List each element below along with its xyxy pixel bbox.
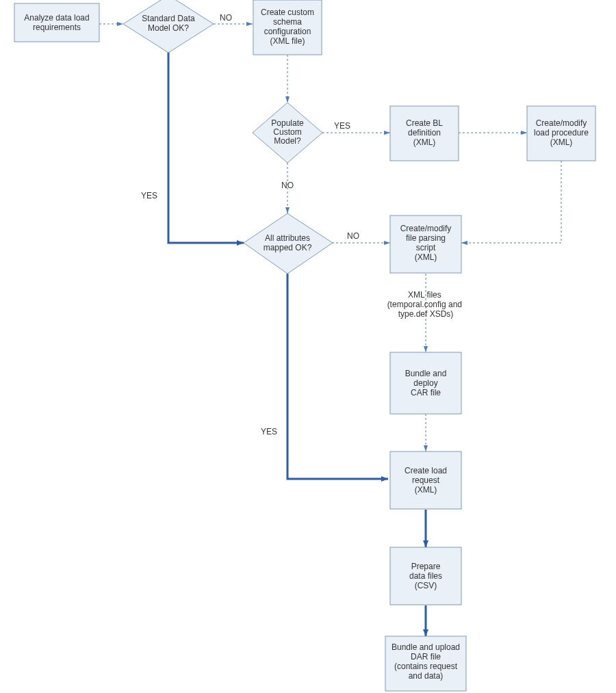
node-prepareCSV: Preparedata files(CSV) (390, 547, 461, 605)
label-yes1: YES (141, 191, 157, 200)
node-createLoadReq: Create loadrequest(XML) (390, 452, 461, 509)
node-createSchema: Create customschemaconfiguration(XML fil… (253, 0, 322, 55)
node-attributesOK: All attributesmapped OK? (244, 213, 333, 274)
svg-text:XML files
      (temporal.conf: XML files (temporal.config and type.def … (387, 290, 465, 319)
label-yes3: YES (261, 427, 277, 436)
node-createBL: Create BLdefinition(XML) (390, 106, 459, 161)
edge-standardOK-to-attributesOK (168, 52, 244, 243)
label-no3: NO (347, 231, 359, 241)
node-parseScript: Create/modifyfile parsingscript(XML) (390, 215, 461, 273)
edge-modifyLoad-to-parseScript (461, 161, 561, 243)
node-analyze: Analyze data loadrequirements (14, 3, 99, 42)
edge-attributesOK-to-createLoadReq (287, 274, 388, 479)
svg-text:PopulateCustomModel?: PopulateCustomModel? (271, 118, 304, 146)
node-bundleDAR: Bundle and uploadDAR file(contains reque… (385, 636, 466, 691)
svg-text:Standard DataModel OK?: Standard DataModel OK? (142, 14, 195, 33)
svg-text:All attributesmapped OK?: All attributesmapped OK? (264, 233, 312, 252)
node-populate: PopulateCustomModel? (253, 103, 322, 163)
svg-text:Analyze data loadrequirements: Analyze data loadrequirements (24, 13, 89, 32)
label-no2: NO (281, 181, 294, 190)
flowchart-canvas: NO YES YES NO NO YES Analyze data loadre… (0, 0, 616, 693)
node-standardOK: Standard DataModel OK? (123, 0, 214, 53)
node-modifyLoad: Create/modifyload procedure(XML) (527, 106, 595, 161)
node-annotation: XML files (temporal.config and type.def … (387, 290, 465, 319)
label-no1: NO (220, 13, 232, 23)
node-bundleCAR: Bundle anddeployCAR file (390, 352, 461, 414)
label-yes2: YES (334, 121, 350, 131)
